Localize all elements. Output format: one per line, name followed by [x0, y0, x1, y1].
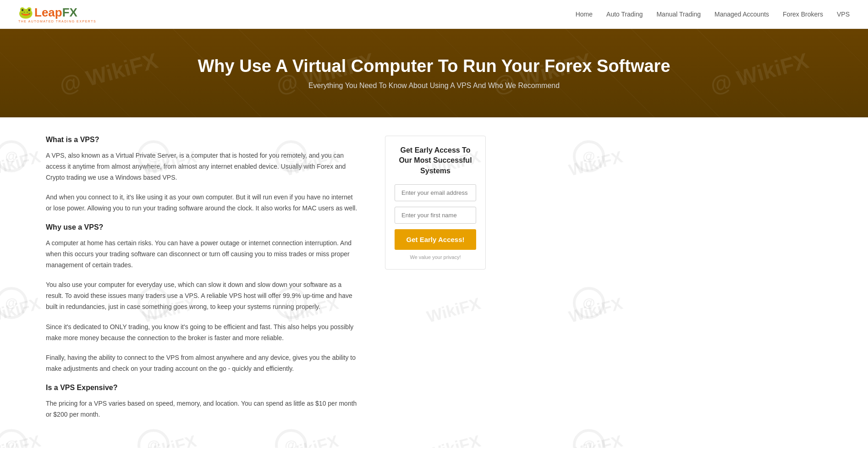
text-wm-12: WikiFX	[141, 431, 198, 447]
circle-wm-11	[275, 429, 307, 448]
section1-para2: And when you connect to it, it's like us…	[46, 192, 357, 214]
text-wm-14: WikiFX	[425, 431, 483, 447]
early-access-button[interactable]: Get Early Access!	[395, 229, 476, 250]
text-wm-6: WikiFX	[0, 294, 43, 327]
text-wm-13: WikiFX	[283, 431, 341, 447]
section1-heading: What is a VPS?	[46, 136, 357, 144]
article: What is a VPS? A VPS, also known as a Vi…	[46, 136, 357, 429]
text-wm-15: WikiFX	[567, 431, 625, 447]
section3-para1: The pricing for a VPS varies based on sp…	[46, 398, 357, 420]
nav-home[interactable]: Home	[576, 11, 593, 18]
circle-wm-10	[137, 429, 170, 448]
hero-title: Why Use A Virtual Computer To Run Your F…	[18, 56, 850, 76]
section2-para1: A computer at home has certain risks. Yo…	[46, 238, 357, 270]
firstname-input[interactable]	[395, 207, 476, 224]
circle-wm-9	[0, 429, 27, 448]
section2-para4: Finally, having the ability to connect t…	[46, 352, 357, 374]
sidebar: Get Early Access To Our Most Successful …	[385, 136, 486, 429]
circle-wm-4	[573, 140, 605, 172]
text-wm-10: WikiFX	[567, 294, 625, 327]
privacy-text: We value your privacy!	[395, 254, 476, 260]
section3-heading: Is a VPS Expensive?	[46, 384, 357, 392]
text-wm-11: WikiFX	[0, 431, 43, 447]
circle-wm-12	[573, 429, 605, 448]
text-wm-1: WikiFX	[0, 147, 43, 180]
site-header: 🐸 LeapFX THE AUTOMATED TRADING EXPERTS H…	[0, 0, 868, 29]
circle-wm-1	[0, 140, 27, 172]
section1-para1: A VPS, also known as a Virtual Private S…	[46, 150, 357, 183]
sidebar-heading: Get Early Access To Our Most Successful …	[395, 145, 476, 176]
nav-managed-accounts[interactable]: Managed Accounts	[714, 11, 769, 18]
nav-vps[interactable]: VPS	[837, 11, 850, 18]
logo-fx: FX	[62, 6, 77, 20]
nav-manual-trading[interactable]: Manual Trading	[656, 11, 701, 18]
sidebar-card: Get Early Access To Our Most Successful …	[385, 136, 486, 270]
logo-leap: Leap	[34, 6, 62, 20]
nav-forex-brokers[interactable]: Forex Brokers	[783, 11, 823, 18]
section2-heading: Why use a VPS?	[46, 223, 357, 231]
main-nav: Home Auto Trading Manual Trading Managed…	[576, 11, 850, 18]
hero-subtitle: Everything You Need To Know About Using …	[18, 82, 850, 90]
email-input[interactable]	[395, 184, 476, 201]
section2-para2: You also use your computer for everyday …	[46, 280, 357, 312]
text-wm-5: WikiFX	[567, 147, 625, 180]
nav-auto-trading[interactable]: Auto Trading	[606, 11, 643, 18]
circle-wm-5	[0, 287, 27, 319]
frog-icon: 🐸	[18, 6, 33, 20]
logo[interactable]: 🐸 LeapFX THE AUTOMATED TRADING EXPERTS	[18, 6, 96, 23]
hero-section: @ WikiFX @ WikiFX @ WikiFX @ WikiFX Why …	[0, 29, 868, 117]
main-content: WikiFX WikiFX WikiFX WikiFX WikiFX WikiF…	[0, 117, 868, 448]
circle-wm-8	[573, 287, 605, 319]
logo-tagline: THE AUTOMATED TRADING EXPERTS	[18, 20, 96, 23]
section2-para3: Since it's dedicated to ONLY trading, yo…	[46, 322, 357, 344]
